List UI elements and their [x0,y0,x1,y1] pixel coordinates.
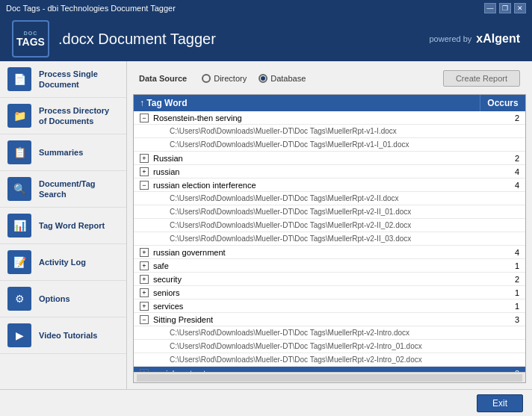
collapse-icon[interactable]: − [140,114,149,122]
radio-database[interactable]: Database [259,74,306,83]
expand-icon[interactable]: + [140,248,149,257]
sidebar-icon-document-tag-search: 🔍 [7,177,31,201]
title-bar-controls: — ❐ ✕ [484,3,526,13]
table-row[interactable]: −russian election interference4 [134,178,525,192]
brand-name: xAIgent [476,32,520,46]
row-occurs: 3 [480,314,525,325]
expand-icon[interactable]: + [140,288,149,297]
sidebar-label-tag-word-report: Tag Word Report [39,220,105,231]
table-row[interactable]: +Russian2 [134,152,525,165]
table-row[interactable]: +security2 [134,273,525,286]
table-row[interactable]: C:\Users\Rod\Downloads\Mueller-DT\Doc Ta… [134,340,525,353]
row-occurs: 2 [480,153,525,164]
sidebar-item-tag-word-report[interactable]: 📊 Tag Word Report [0,208,126,244]
table-row[interactable]: C:\Users\Rod\Downloads\Mueller-DT\Doc Ta… [134,138,525,152]
row-occurs: 2 [480,274,525,285]
row-occurs: 1 [480,288,525,298]
exit-button[interactable]: Exit [477,394,523,412]
table-row[interactable]: −Sitting President3 [134,313,525,326]
header-left: DOC TAGS .docx Document Tagger [12,20,216,58]
create-report-button[interactable]: Create Report [443,70,520,87]
table-row[interactable]: +social contract2 [134,367,525,372]
row-occurs [480,346,525,347]
table-row[interactable]: +safe1 [134,259,525,273]
th-occurs: Occurs [480,95,525,111]
title-bar: Doc Tags - dbi Technologies Document Tag… [0,0,532,16]
data-source-label: Data Source [139,74,187,83]
table-row[interactable]: +services1 [134,299,525,313]
table-row[interactable]: +russian government4 [134,246,525,259]
data-source-bar: Data Source Directory Database Create Re… [133,67,526,90]
th-tag-word: ↑ Tag Word [134,95,480,111]
restore-button[interactable]: ❐ [499,3,511,13]
row-occurs [480,225,525,226]
row-occurs: 1 [480,261,525,271]
close-button[interactable]: ✕ [514,3,526,13]
data-table: ↑ Tag Word Occurs −Rosenstein-then servi… [133,94,526,383]
sidebar-label-process-single: Process Single Document [39,69,119,90]
collapse-icon[interactable]: − [140,181,149,190]
row-occurs: 4 [480,247,525,258]
sidebar-icon-video-tutorials: ▶ [7,323,31,347]
radio-database-circle[interactable] [259,74,267,83]
table-row[interactable]: C:\Users\Rod\Downloads\Mueller-DT\Doc Ta… [134,192,525,205]
radio-group: Directory Database [202,74,306,83]
footer: Exit [0,389,532,416]
row-occurs [480,131,525,132]
sidebar-icon-summaries: 📋 [7,140,31,164]
row-occurs [480,144,525,146]
table-body[interactable]: −Rosenstein-then serving2C:\Users\Rod\Do… [134,111,525,372]
sidebar-icon-process-single: 📄 [7,67,31,91]
row-occurs: 4 [480,167,525,177]
row-occurs [480,332,525,334]
table-header: ↑ Tag Word Occurs [134,95,525,111]
content-area: Data Source Directory Database Create Re… [127,61,532,389]
sidebar-icon-activity-log: 📝 [7,250,31,274]
sidebar-label-activity-log: Activity Log [39,257,86,267]
row-occurs: 1 [480,301,525,311]
sidebar-item-process-directory[interactable]: 📁 Process Directory of Documents [0,98,126,134]
sidebar-item-options[interactable]: ⚙ Options [0,281,126,317]
app-title: .docx Document Tagger [58,31,216,48]
expand-icon[interactable]: + [140,302,149,311]
sidebar-icon-options: ⚙ [7,287,31,311]
radio-directory-label: Directory [214,74,247,83]
title-bar-text: Doc Tags - dbi Technologies Document Tag… [6,4,176,13]
sidebar-icon-tag-word-report: 📊 [7,214,31,238]
sidebar-icon-process-directory: 📁 [7,104,31,128]
sidebar: 📄 Process Single Document 📁 Process Dire… [0,61,127,389]
expand-icon[interactable]: + [140,275,149,284]
powered-by-label: powered by [429,34,471,43]
table-row[interactable]: C:\Users\Rod\Downloads\Mueller-DT\Doc Ta… [134,326,525,340]
sidebar-item-summaries[interactable]: 📋 Summaries [0,134,126,171]
sidebar-item-document-tag-search[interactable]: 🔍 Document/Tag Search [0,171,126,208]
header: DOC TAGS .docx Document Tagger powered b… [0,16,532,61]
collapse-icon[interactable]: − [140,315,149,324]
expand-icon[interactable]: + [140,261,149,270]
expand-icon[interactable]: + [140,154,149,163]
table-row[interactable]: −Rosenstein-then serving2 [134,111,525,125]
horizontal-scrollbar[interactable] [134,372,525,382]
table-row[interactable]: C:\Users\Rod\Downloads\Mueller-DT\Doc Ta… [134,232,525,246]
table-row[interactable]: C:\Users\Rod\Downloads\Mueller-DT\Doc Ta… [134,219,525,232]
scroll-track[interactable] [137,374,522,382]
minimize-button[interactable]: — [484,3,496,13]
table-row[interactable]: C:\Users\Rod\Downloads\Mueller-DT\Doc Ta… [134,125,525,138]
sidebar-label-process-directory: Process Directory of Documents [39,105,119,127]
row-occurs: 4 [480,180,525,190]
table-row[interactable]: +seniors1 [134,286,525,299]
radio-directory[interactable]: Directory [202,74,247,83]
table-row[interactable]: C:\Users\Rod\Downloads\Mueller-DT\Doc Ta… [134,353,525,367]
sidebar-item-activity-log[interactable]: 📝 Activity Log [0,244,126,281]
radio-directory-circle[interactable] [202,74,211,83]
table-row[interactable]: +russian4 [134,165,525,178]
table-row[interactable]: C:\Users\Rod\Downloads\Mueller-DT\Doc Ta… [134,205,525,219]
main-layout: 📄 Process Single Document 📁 Process Dire… [0,61,532,389]
sidebar-label-document-tag-search: Document/Tag Search [39,178,119,200]
row-occurs: 2 [480,113,525,123]
sidebar-item-video-tutorials[interactable]: ▶ Video Tutorials [0,317,126,354]
sidebar-item-process-single[interactable]: 📄 Process Single Document [0,61,126,98]
expand-icon[interactable]: + [140,167,149,176]
logo: DOC TAGS [12,20,49,58]
logo-main: TAGS [16,36,45,48]
